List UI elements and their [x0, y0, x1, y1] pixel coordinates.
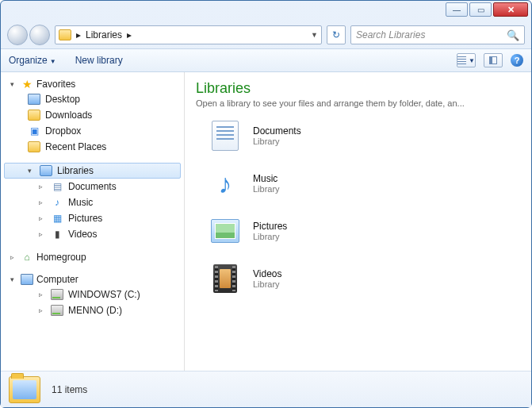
expand-icon: ▹	[39, 230, 46, 238]
preview-pane-button[interactable]	[484, 53, 503, 67]
favorites-label: Favorites	[36, 79, 75, 90]
documents-icon	[209, 119, 242, 152]
address-dropdown-icon[interactable]: ▼	[311, 31, 318, 39]
close-button[interactable]: ✕	[493, 2, 528, 17]
library-type: Library	[253, 184, 280, 194]
item-label: Desktop	[45, 94, 80, 105]
nav-row: ▸ Libraries ▸ ▼ ↻ Search Libraries 🔍	[1, 21, 531, 48]
address-bar[interactable]: ▸ Libraries ▸ ▼	[55, 25, 322, 44]
minimize-button[interactable]: —	[446, 2, 468, 17]
view-options-button[interactable]: ▼	[457, 53, 476, 67]
expand-icon: ▹	[39, 214, 46, 222]
item-label: Downloads	[45, 110, 92, 121]
library-item-pictures[interactable]: Pictures Library	[196, 214, 520, 248]
folder-icon	[28, 141, 40, 152]
library-text: Pictures Library	[253, 221, 287, 241]
drive-icon	[51, 289, 63, 300]
sidebar-item-documents[interactable]: ▹▤Documents	[1, 179, 184, 194]
command-bar: Organize▼ New library ▼ ?	[1, 48, 531, 72]
computer-group: ▾ Computer ▹WINDOWS7 (C:) ▹MENNO (D:)	[1, 272, 184, 318]
library-text: Documents Library	[253, 125, 301, 146]
folder-icon	[59, 29, 71, 40]
sidebar-item-drive-c[interactable]: ▹WINDOWS7 (C:)	[1, 287, 184, 302]
maximize-button[interactable]: ▭	[469, 2, 492, 17]
search-input[interactable]: Search Libraries 🔍	[350, 25, 525, 44]
sidebar-item-drive-d[interactable]: ▹MENNO (D:)	[1, 302, 184, 318]
music-icon: ♪	[51, 197, 63, 208]
dropbox-icon: ▣	[28, 125, 40, 137]
library-name: Documents	[253, 125, 301, 137]
page-subtitle: Open a library to see your files and arr…	[196, 98, 520, 108]
library-type: Library	[253, 137, 301, 146]
item-label: Dropbox	[45, 125, 81, 137]
sidebar-item-videos[interactable]: ▹▮Videos	[1, 226, 184, 242]
library-name: Music	[253, 173, 280, 184]
computer-icon	[21, 274, 33, 285]
search-placeholder: Search Libraries	[356, 29, 425, 40]
sidebar-item-music[interactable]: ▹♪Music	[1, 194, 184, 210]
item-label: Pictures	[68, 213, 102, 224]
sidebar-item-recent-places[interactable]: Recent Places	[1, 139, 184, 155]
titlebar: — ▭ ✕	[1, 1, 531, 21]
computer-label: Computer	[36, 274, 78, 285]
pictures-icon: ▦	[51, 213, 63, 224]
homegroup-label: Homegroup	[36, 252, 86, 263]
expand-icon: ▹	[39, 198, 46, 206]
organize-button[interactable]: Organize▼	[9, 55, 56, 66]
expand-icon: ▹	[39, 306, 46, 314]
star-icon: ★	[21, 79, 33, 90]
breadcrumb-item[interactable]: Libraries	[86, 29, 122, 40]
help-button[interactable]: ?	[511, 54, 523, 67]
libraries-header[interactable]: ▾ Libraries	[4, 163, 181, 179]
library-item-music[interactable]: ♪ Music Library	[196, 167, 520, 200]
refresh-button[interactable]: ↻	[327, 25, 346, 44]
breadcrumb-sep: ▸	[127, 29, 132, 40]
nav-pane: ▾ ★ Favorites Desktop Downloads ▣Dropbox…	[1, 72, 185, 371]
folder-icon	[9, 376, 40, 403]
window-body: ▾ ★ Favorites Desktop Downloads ▣Dropbox…	[1, 72, 531, 371]
videos-icon	[209, 262, 242, 295]
sidebar-item-downloads[interactable]: Downloads	[1, 107, 184, 123]
favorites-header[interactable]: ▾ ★ Favorites	[1, 77, 184, 91]
desktop-icon	[28, 94, 40, 105]
pictures-icon	[209, 214, 242, 248]
organize-label: Organize	[9, 55, 48, 66]
libraries-icon	[40, 165, 52, 176]
libraries-group: ▾ Libraries ▹▤Documents ▹♪Music ▹▦Pictur…	[1, 163, 184, 242]
homegroup-header[interactable]: ▹ ⌂ Homegroup	[1, 250, 184, 264]
libraries-label: Libraries	[57, 165, 94, 176]
expand-icon: ▹	[39, 183, 46, 191]
page-title: Libraries	[196, 80, 520, 97]
sidebar-item-desktop[interactable]: Desktop	[1, 91, 184, 107]
library-item-videos[interactable]: Videos Library	[196, 262, 520, 295]
item-label: Recent Places	[45, 141, 106, 152]
library-type: Library	[253, 232, 287, 241]
collapse-icon: ▾	[10, 80, 17, 88]
expand-icon: ▹	[10, 253, 17, 261]
computer-header[interactable]: ▾ Computer	[1, 272, 184, 287]
library-name: Videos	[253, 268, 281, 279]
collapse-icon: ▾	[28, 167, 35, 175]
list-icon	[457, 56, 466, 64]
documents-icon: ▤	[51, 181, 63, 192]
folder-icon	[28, 110, 40, 121]
content-pane: Libraries Open a library to see your fil…	[185, 72, 531, 371]
collapse-icon: ▾	[10, 275, 17, 283]
music-icon: ♪	[209, 167, 242, 200]
breadcrumb-sep: ▸	[76, 29, 81, 40]
library-item-documents[interactable]: Documents Library	[196, 119, 520, 152]
homegroup-icon: ⌂	[21, 252, 33, 263]
library-name: Pictures	[253, 221, 287, 232]
back-button[interactable]	[7, 25, 28, 45]
new-library-button[interactable]: New library	[75, 55, 123, 66]
drive-icon	[51, 305, 63, 316]
forward-button[interactable]	[29, 25, 50, 45]
item-count: 11 items	[52, 384, 87, 395]
library-text: Music Library	[253, 173, 280, 194]
explorer-window: — ▭ ✕ ▸ Libraries ▸ ▼ ↻ Search Libraries…	[0, 0, 532, 408]
favorites-group: ▾ ★ Favorites Desktop Downloads ▣Dropbox…	[1, 77, 184, 155]
sidebar-item-pictures[interactable]: ▹▦Pictures	[1, 210, 184, 226]
sidebar-item-dropbox[interactable]: ▣Dropbox	[1, 123, 184, 139]
status-bar: 11 items	[1, 371, 531, 407]
search-icon: 🔍	[507, 29, 519, 41]
